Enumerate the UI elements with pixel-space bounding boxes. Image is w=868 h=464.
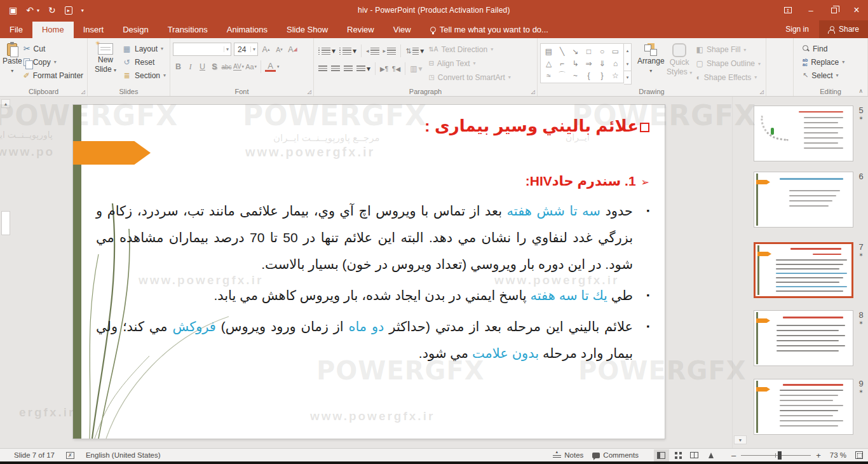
tab-slide-show[interactable]: Slide Show (277, 22, 337, 38)
new-slide-button[interactable]: New Slide ▾ (90, 41, 121, 86)
cut-button[interactable]: ✂Cut (24, 43, 83, 54)
zoom-out-button[interactable]: – (731, 451, 736, 460)
bullets-button[interactable]: ▾ (316, 45, 337, 57)
undo-dropdown-icon[interactable]: ▾ (37, 8, 39, 13)
restore-button[interactable] (822, 0, 845, 20)
slide-canvas[interactable]: علائم باليني وسير بيمارى : ➢1. سندرم حاد… (73, 105, 665, 439)
quick-styles-button[interactable]: Quick Styles ▾ (665, 41, 694, 86)
sign-in-link[interactable]: Sign in (775, 25, 819, 34)
body-paragraph[interactable]: ▪حدود سه تا شش هفته بعد از تماس با ويروس… (96, 198, 649, 278)
bold-button[interactable]: B (173, 61, 184, 72)
font-size-combo[interactable]: 24▾ (234, 43, 258, 56)
tab-animations[interactable]: Animations (217, 22, 277, 38)
undo-icon[interactable]: ↶ (26, 5, 34, 15)
section-button[interactable]: ≣Section▾ (122, 70, 166, 81)
grow-font-button[interactable]: A▴ (261, 44, 271, 55)
text-direction-button[interactable]: ⇅AText Direction▾ (428, 44, 511, 55)
tab-tell-me-what-you-want-to-do[interactable]: Tell me what you want to do... (421, 22, 558, 38)
slide-thumbnail-8[interactable] (754, 310, 853, 366)
text-shadow-button[interactable]: S (209, 61, 220, 72)
slide-thumbnail-9[interactable] (754, 379, 853, 435)
layout-button[interactable]: ▦Layout▾ (122, 43, 166, 54)
shrink-font-button[interactable]: A▾ (274, 44, 285, 55)
shape-gallery-item-10[interactable]: ⇓ (595, 57, 609, 69)
body-paragraph[interactable]: ▪طي يك تا سه هفته پاسخ ايمني در بدن ايجا… (96, 282, 649, 309)
paragraph-dialog-launcher[interactable]: ◿ (531, 89, 535, 95)
underline-button[interactable]: U (197, 61, 208, 72)
convert-to-smartart-button[interactable]: ◳Convert to SmartArt▾ (428, 72, 511, 83)
format-painter-button[interactable]: ✐Format Painter (24, 70, 83, 81)
character-spacing-button[interactable]: AV▾ (233, 61, 244, 72)
tab-review[interactable]: Review (337, 22, 384, 38)
tab-file[interactable]: File (0, 22, 32, 38)
line-spacing-button[interactable]: ⇅▾ (403, 45, 426, 57)
shape-gallery-item-15[interactable]: { (582, 69, 595, 81)
clear-formatting-button[interactable]: A◢ (287, 44, 298, 55)
slide-body-text[interactable]: ▪حدود سه تا شش هفته بعد از تماس با ويروس… (96, 198, 649, 371)
find-button[interactable]: Find (803, 43, 844, 54)
shape-gallery-item-8[interactable]: ↳ (569, 57, 582, 69)
close-button[interactable]: × (845, 0, 868, 20)
collapse-ribbon-button[interactable]: ∧ (858, 88, 863, 94)
reading-view-button[interactable] (687, 449, 702, 461)
shape-gallery-item-7[interactable]: ⌐ (555, 57, 569, 69)
replace-button[interactable]: abacReplace▾ (803, 57, 844, 67)
slide-thumbnail-7[interactable] (754, 242, 853, 298)
columns-button[interactable]: ▥▾ (408, 63, 424, 74)
shape-gallery-item-2[interactable]: ↘ (569, 45, 582, 57)
ltr-direction-button[interactable]: ▶¶ (378, 64, 390, 74)
customize-qat-icon[interactable]: ▾ (81, 8, 84, 13)
normal-view-button[interactable] (654, 449, 669, 461)
zoom-slider-thumb[interactable] (778, 451, 782, 460)
spell-check-icon[interactable]: ✗ (66, 452, 74, 459)
decrease-indent-button[interactable]: ◂ (364, 46, 381, 56)
shape-gallery-item-16[interactable]: } (595, 69, 609, 81)
shape-gallery-item-17[interactable]: ☆ (609, 69, 622, 81)
align-right-button[interactable] (342, 64, 355, 74)
clipboard-dialog-launcher[interactable]: ◿ (81, 89, 85, 95)
tab-insert[interactable]: Insert (74, 22, 114, 38)
shape-gallery-item-4[interactable]: ○ (595, 45, 609, 57)
save-icon[interactable]: ▣ (9, 5, 17, 15)
shape-effects-button[interactable]: ◐Shape Effects▾ (696, 72, 761, 83)
shape-gallery-item-5[interactable]: ▭ (609, 45, 622, 57)
zoom-slider[interactable] (741, 455, 811, 456)
shapes-scroll-up-button[interactable]: ▴ (624, 44, 631, 57)
editor-scrollbar[interactable]: ▲ (1, 99, 10, 442)
shape-gallery-item-12[interactable]: ≈ (542, 69, 555, 81)
slideshow-view-button[interactable] (703, 449, 719, 461)
shape-gallery-item-1[interactable]: ╲ (555, 45, 569, 57)
body-paragraph[interactable]: ▪علائم باليني اين مرحله بعد از مدتي (حدا… (96, 313, 649, 367)
shape-gallery-item-13[interactable]: ⌒ (555, 69, 569, 81)
select-button[interactable]: ↖Select▾ (803, 70, 844, 81)
share-button[interactable]: Share (819, 20, 868, 38)
strikethrough-button[interactable]: abc (221, 61, 232, 72)
shapes-scroll-down-button[interactable]: ▾ (624, 57, 631, 71)
redo-icon[interactable]: ↻ (48, 5, 56, 15)
shape-gallery-item-14[interactable]: ~ (569, 69, 582, 81)
change-case-button[interactable]: Aa▾ (245, 61, 257, 72)
font-dialog-launcher[interactable]: ◿ (308, 89, 311, 95)
tab-home[interactable]: Home (32, 22, 74, 38)
slide-subtitle[interactable]: ➢1. سندرم حادHIV: (526, 174, 649, 189)
italic-button[interactable]: I (185, 61, 196, 72)
justify-button[interactable]: ▾ (355, 63, 372, 74)
slide-thumbnail-6[interactable] (754, 172, 853, 228)
tab-transitions[interactable]: Transitions (158, 22, 217, 38)
paste-button[interactable]: Paste ▾ (3, 41, 22, 86)
drawing-dialog-launcher[interactable]: ◿ (760, 89, 764, 95)
language-indicator[interactable]: English (United States) (86, 451, 161, 459)
reset-button[interactable]: ↺Reset (122, 57, 166, 67)
scrollbar-thumb[interactable] (1, 211, 10, 235)
numbering-button[interactable]: ▾ (337, 45, 358, 57)
shape-gallery-item-6[interactable]: △ (542, 57, 555, 69)
tab-view[interactable]: View (384, 22, 421, 38)
ribbon-display-options-button[interactable]: ↥ (776, 0, 799, 20)
comments-button[interactable]: Comments (592, 451, 639, 459)
slide-thumbnail-5[interactable] (754, 106, 853, 161)
scroll-up-button[interactable]: ▲ (1, 99, 10, 108)
tab-design[interactable]: Design (113, 22, 158, 38)
notes-button[interactable]: Notes (553, 451, 583, 459)
start-slideshow-icon[interactable]: ▸ (65, 6, 72, 15)
arrange-button[interactable]: Arrange ▾ (637, 41, 665, 86)
